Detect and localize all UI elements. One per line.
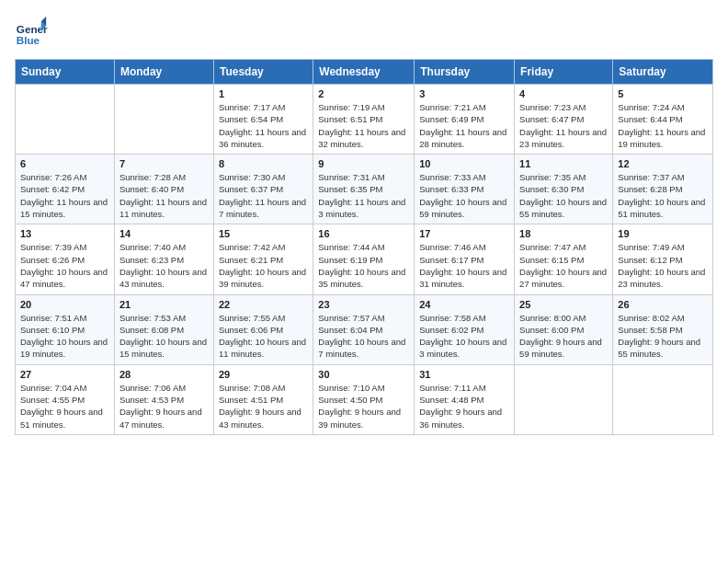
calendar-cell: 18Sunrise: 7:47 AM Sunset: 6:15 PM Dayli… <box>515 224 613 294</box>
day-number: 21 <box>119 299 209 310</box>
calendar-cell: 27Sunrise: 7:04 AM Sunset: 4:55 PM Dayli… <box>16 364 115 434</box>
day-number: 30 <box>318 369 409 380</box>
calendar-cell: 22Sunrise: 7:55 AM Sunset: 6:06 PM Dayli… <box>213 294 313 364</box>
page-header: General Blue <box>15 15 713 48</box>
day-number: 27 <box>20 369 109 380</box>
header-monday: Monday <box>114 60 213 85</box>
day-info: Sunrise: 7:08 AM Sunset: 4:51 PM Dayligh… <box>219 382 308 431</box>
day-number: 25 <box>519 299 608 310</box>
day-number: 17 <box>419 228 509 239</box>
day-info: Sunrise: 7:33 AM Sunset: 6:33 PM Dayligh… <box>419 171 509 220</box>
calendar-cell: 16Sunrise: 7:44 AM Sunset: 6:19 PM Dayli… <box>313 224 415 294</box>
week-row-4: 20Sunrise: 7:51 AM Sunset: 6:10 PM Dayli… <box>16 294 713 364</box>
day-number: 20 <box>20 299 109 310</box>
header-thursday: Thursday <box>415 60 515 85</box>
week-row-2: 6Sunrise: 7:26 AM Sunset: 6:42 PM Daylig… <box>16 155 713 224</box>
calendar-cell: 10Sunrise: 7:33 AM Sunset: 6:33 PM Dayli… <box>415 155 515 224</box>
day-info: Sunrise: 8:00 AM Sunset: 6:00 PM Dayligh… <box>519 312 608 361</box>
day-number: 22 <box>219 299 308 310</box>
day-number: 8 <box>219 158 308 169</box>
header-wednesday: Wednesday <box>313 60 415 85</box>
calendar-cell: 31Sunrise: 7:11 AM Sunset: 4:48 PM Dayli… <box>415 364 515 434</box>
day-number: 4 <box>519 88 608 99</box>
day-number: 23 <box>318 299 409 310</box>
calendar-cell: 2Sunrise: 7:19 AM Sunset: 6:51 PM Daylig… <box>313 85 415 155</box>
day-info: Sunrise: 7:55 AM Sunset: 6:06 PM Dayligh… <box>219 312 308 361</box>
day-info: Sunrise: 7:47 AM Sunset: 6:15 PM Dayligh… <box>519 241 608 290</box>
day-number: 31 <box>419 369 509 380</box>
calendar-cell: 26Sunrise: 8:02 AM Sunset: 5:58 PM Dayli… <box>613 294 713 364</box>
day-number: 28 <box>119 369 209 380</box>
week-row-5: 27Sunrise: 7:04 AM Sunset: 4:55 PM Dayli… <box>16 364 713 434</box>
logo: General Blue <box>15 15 48 48</box>
day-info: Sunrise: 7:35 AM Sunset: 6:30 PM Dayligh… <box>519 171 608 220</box>
header-friday: Friday <box>515 60 613 85</box>
calendar-cell: 14Sunrise: 7:40 AM Sunset: 6:23 PM Dayli… <box>114 224 213 294</box>
day-number: 16 <box>318 228 409 239</box>
day-info: Sunrise: 7:42 AM Sunset: 6:21 PM Dayligh… <box>219 241 308 290</box>
day-info: Sunrise: 7:46 AM Sunset: 6:17 PM Dayligh… <box>419 241 509 290</box>
header-sunday: Sunday <box>16 60 115 85</box>
day-info: Sunrise: 7:53 AM Sunset: 6:08 PM Dayligh… <box>119 312 209 361</box>
calendar-cell: 15Sunrise: 7:42 AM Sunset: 6:21 PM Dayli… <box>213 224 313 294</box>
day-number: 7 <box>119 158 209 169</box>
day-number: 5 <box>618 88 708 99</box>
day-info: Sunrise: 7:04 AM Sunset: 4:55 PM Dayligh… <box>20 382 109 431</box>
day-number: 3 <box>419 88 509 99</box>
calendar-cell: 11Sunrise: 7:35 AM Sunset: 6:30 PM Dayli… <box>515 155 613 224</box>
day-info: Sunrise: 7:58 AM Sunset: 6:02 PM Dayligh… <box>419 312 509 361</box>
week-row-1: 1Sunrise: 7:17 AM Sunset: 6:54 PM Daylig… <box>16 85 713 155</box>
calendar-cell: 20Sunrise: 7:51 AM Sunset: 6:10 PM Dayli… <box>16 294 115 364</box>
day-number: 26 <box>618 299 708 310</box>
day-info: Sunrise: 8:02 AM Sunset: 5:58 PM Dayligh… <box>618 312 708 361</box>
calendar-cell: 4Sunrise: 7:23 AM Sunset: 6:47 PM Daylig… <box>515 85 613 155</box>
header-tuesday: Tuesday <box>213 60 313 85</box>
day-number: 14 <box>119 228 209 239</box>
calendar-table: SundayMondayTuesdayWednesdayThursdayFrid… <box>15 59 713 435</box>
day-number: 6 <box>20 158 109 169</box>
calendar-cell: 3Sunrise: 7:21 AM Sunset: 6:49 PM Daylig… <box>415 85 515 155</box>
calendar-cell: 21Sunrise: 7:53 AM Sunset: 6:08 PM Dayli… <box>114 294 213 364</box>
day-number: 2 <box>318 88 409 99</box>
calendar-cell: 8Sunrise: 7:30 AM Sunset: 6:37 PM Daylig… <box>213 155 313 224</box>
day-number: 11 <box>519 158 608 169</box>
calendar-cell <box>613 364 713 434</box>
day-info: Sunrise: 7:23 AM Sunset: 6:47 PM Dayligh… <box>519 101 608 150</box>
day-number: 12 <box>618 158 708 169</box>
day-info: Sunrise: 7:57 AM Sunset: 6:04 PM Dayligh… <box>318 312 409 361</box>
calendar-cell: 12Sunrise: 7:37 AM Sunset: 6:28 PM Dayli… <box>613 155 713 224</box>
day-info: Sunrise: 7:30 AM Sunset: 6:37 PM Dayligh… <box>219 171 308 220</box>
calendar-cell: 23Sunrise: 7:57 AM Sunset: 6:04 PM Dayli… <box>313 294 415 364</box>
day-number: 10 <box>419 158 509 169</box>
day-info: Sunrise: 7:11 AM Sunset: 4:48 PM Dayligh… <box>419 382 509 431</box>
day-number: 18 <box>519 228 608 239</box>
calendar-cell: 5Sunrise: 7:24 AM Sunset: 6:44 PM Daylig… <box>613 85 713 155</box>
day-number: 24 <box>419 299 509 310</box>
calendar-cell <box>114 85 213 155</box>
day-info: Sunrise: 7:28 AM Sunset: 6:40 PM Dayligh… <box>119 171 209 220</box>
day-info: Sunrise: 7:17 AM Sunset: 6:54 PM Dayligh… <box>219 101 308 150</box>
calendar-cell <box>16 85 115 155</box>
day-info: Sunrise: 7:40 AM Sunset: 6:23 PM Dayligh… <box>119 241 209 290</box>
calendar-cell: 9Sunrise: 7:31 AM Sunset: 6:35 PM Daylig… <box>313 155 415 224</box>
calendar-cell: 19Sunrise: 7:49 AM Sunset: 6:12 PM Dayli… <box>613 224 713 294</box>
calendar-cell: 29Sunrise: 7:08 AM Sunset: 4:51 PM Dayli… <box>213 364 313 434</box>
day-number: 15 <box>219 228 308 239</box>
day-number: 29 <box>219 369 308 380</box>
week-row-3: 13Sunrise: 7:39 AM Sunset: 6:26 PM Dayli… <box>16 224 713 294</box>
day-info: Sunrise: 7:19 AM Sunset: 6:51 PM Dayligh… <box>318 101 409 150</box>
calendar-cell: 25Sunrise: 8:00 AM Sunset: 6:00 PM Dayli… <box>515 294 613 364</box>
header-saturday: Saturday <box>613 60 713 85</box>
day-info: Sunrise: 7:10 AM Sunset: 4:50 PM Dayligh… <box>318 382 409 431</box>
calendar-cell: 7Sunrise: 7:28 AM Sunset: 6:40 PM Daylig… <box>114 155 213 224</box>
calendar-cell: 13Sunrise: 7:39 AM Sunset: 6:26 PM Dayli… <box>16 224 115 294</box>
day-number: 9 <box>318 158 409 169</box>
calendar-cell: 24Sunrise: 7:58 AM Sunset: 6:02 PM Dayli… <box>415 294 515 364</box>
day-info: Sunrise: 7:44 AM Sunset: 6:19 PM Dayligh… <box>318 241 409 290</box>
calendar-cell: 6Sunrise: 7:26 AM Sunset: 6:42 PM Daylig… <box>16 155 115 224</box>
day-info: Sunrise: 7:49 AM Sunset: 6:12 PM Dayligh… <box>618 241 708 290</box>
day-info: Sunrise: 7:24 AM Sunset: 6:44 PM Dayligh… <box>618 101 708 150</box>
day-info: Sunrise: 7:26 AM Sunset: 6:42 PM Dayligh… <box>20 171 109 220</box>
day-info: Sunrise: 7:21 AM Sunset: 6:49 PM Dayligh… <box>419 101 509 150</box>
day-info: Sunrise: 7:06 AM Sunset: 4:53 PM Dayligh… <box>119 382 209 431</box>
